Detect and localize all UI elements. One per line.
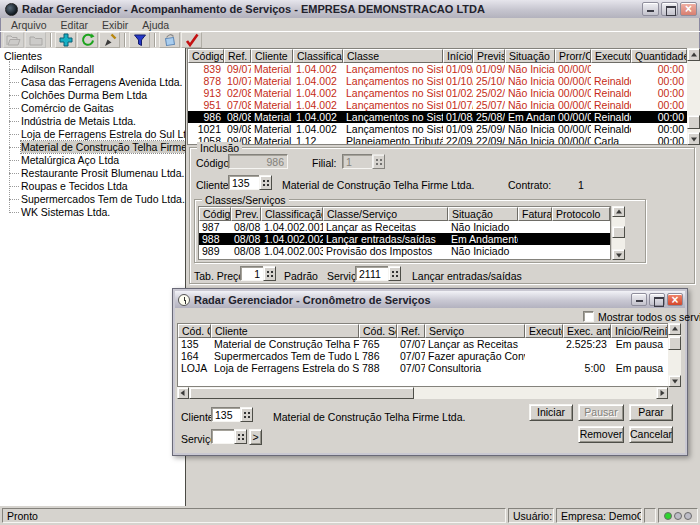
servico-spinner-icon[interactable] bbox=[388, 266, 401, 281]
column-header[interactable]: Protocolo bbox=[552, 207, 610, 221]
column-header[interactable]: Classe/Serviço bbox=[323, 207, 448, 221]
scroll-thumb[interactable] bbox=[687, 115, 700, 129]
column-header[interactable]: Ref. bbox=[224, 49, 251, 63]
dialog-servico-field[interactable] bbox=[211, 429, 235, 444]
cliente-spinner-icon[interactable] bbox=[259, 175, 272, 190]
tab-precos-spinner-icon[interactable] bbox=[263, 266, 276, 281]
column-header[interactable]: Código bbox=[199, 207, 231, 221]
column-header[interactable]: Exec. anterior bbox=[563, 324, 611, 338]
dialog-close-icon[interactable] bbox=[667, 293, 683, 306]
ink-icon[interactable] bbox=[159, 32, 180, 48]
dialog-vscroll[interactable] bbox=[668, 323, 681, 387]
restore-icon[interactable] bbox=[661, 2, 678, 16]
menu-exibir[interactable]: Exibir bbox=[95, 19, 135, 31]
table-row[interactable]: 98708/081.04.002.001Lançar as ReceitasNã… bbox=[199, 221, 610, 233]
tree-item[interactable]: Casa das Ferragens Avenida Ltda. bbox=[9, 76, 185, 89]
table-row[interactable]: 102109/08Material de1.04.002Lançamentos … bbox=[188, 123, 687, 135]
iniciar-button[interactable]: Iniciar bbox=[529, 404, 573, 421]
tree-item[interactable]: Metalúrgica Aço Ltda bbox=[9, 154, 185, 167]
scroll-down-icon[interactable] bbox=[668, 375, 681, 387]
minimize-icon[interactable] bbox=[642, 2, 659, 16]
scroll-down-icon[interactable] bbox=[612, 249, 625, 260]
column-header[interactable]: Cliente bbox=[211, 324, 359, 338]
column-header[interactable]: Situação bbox=[505, 49, 555, 63]
brush-icon[interactable] bbox=[99, 32, 120, 48]
tree-item[interactable]: Comércio de Gaitas bbox=[9, 102, 185, 115]
column-header[interactable]: Faturado bbox=[518, 207, 552, 221]
dialog-servico-spinner-icon[interactable] bbox=[234, 429, 247, 444]
services-grid-vscroll[interactable] bbox=[687, 48, 700, 145]
column-header[interactable]: Executor bbox=[525, 324, 563, 338]
filter-icon[interactable] bbox=[129, 32, 150, 48]
table-row[interactable]: LOJALoja de Ferragens Estrela do Sul Ltd… bbox=[178, 362, 668, 374]
table-row[interactable]: 164Supermercados Tem de Tudo Ltda.78607/… bbox=[178, 350, 668, 362]
column-header[interactable]: Início bbox=[443, 49, 473, 63]
add-icon[interactable] bbox=[55, 32, 76, 48]
column-header[interactable]: Ref. bbox=[397, 324, 425, 338]
column-header[interactable]: Classe bbox=[343, 49, 443, 63]
column-header[interactable]: Código bbox=[188, 49, 224, 63]
table-row[interactable]: 98608/08Material de1.04.002Lançamentos n… bbox=[188, 111, 687, 123]
menu-editar[interactable]: Editar bbox=[54, 19, 95, 31]
dialog-maximize-icon[interactable] bbox=[649, 293, 665, 306]
table-row[interactable]: 98908/081.04.002.003Provisão dos Imposto… bbox=[199, 245, 610, 257]
column-header[interactable]: Cód. Clie. bbox=[178, 324, 211, 338]
scroll-thumb[interactable] bbox=[189, 387, 414, 399]
tree-item[interactable]: Supermercados Tem de Tudo Ltda. bbox=[9, 193, 185, 206]
refresh-icon[interactable] bbox=[77, 32, 98, 48]
tree-item[interactable]: Loja de Ferragens Estrela do Sul Ltda. bbox=[9, 128, 185, 141]
check-icon[interactable] bbox=[181, 32, 202, 48]
scroll-up-icon[interactable] bbox=[612, 206, 625, 217]
dialog-cliente-spinner-icon[interactable] bbox=[240, 407, 253, 422]
table-row[interactable]: 87810/07Material de1.04.002Lançamentos n… bbox=[188, 75, 687, 87]
scroll-left-icon[interactable] bbox=[177, 387, 189, 399]
scroll-thumb[interactable] bbox=[668, 336, 681, 350]
tree-item[interactable]: WK Sistemas Ltda. bbox=[9, 206, 185, 219]
column-header[interactable]: Classificação bbox=[293, 49, 343, 63]
dialog-hscroll[interactable] bbox=[177, 387, 668, 399]
tree-item[interactable]: Restaurante Prosit Blumenau Ltda. bbox=[9, 167, 185, 180]
column-header[interactable]: Prev. bbox=[231, 207, 261, 221]
scroll-up-icon[interactable] bbox=[687, 48, 700, 61]
tab-precos-field[interactable] bbox=[240, 266, 264, 281]
column-header[interactable]: Previsto bbox=[473, 49, 505, 63]
column-header[interactable]: Quantidade bbox=[631, 49, 687, 63]
table-row[interactable]: 99008/081.04.002.004LançamentosNão Inici… bbox=[199, 257, 610, 260]
column-header[interactable]: Situação bbox=[448, 207, 518, 221]
table-row[interactable]: 95107/08Material de1.04.002Lançamentos n… bbox=[188, 99, 687, 111]
column-header[interactable]: Início/Reinício bbox=[611, 324, 668, 338]
tree-item[interactable]: Adilson Randall bbox=[9, 63, 185, 76]
scroll-up-icon[interactable] bbox=[668, 323, 681, 335]
tree-item[interactable]: Material de Construção Telha Firme Ltda. bbox=[9, 141, 185, 154]
column-header[interactable]: Prorr/Concl bbox=[555, 49, 591, 63]
parar-button[interactable]: Parar bbox=[629, 404, 673, 421]
table-row[interactable]: 105809/08Material de1.12Planejamento Tri… bbox=[188, 135, 687, 145]
column-header[interactable]: Cód. Serv. bbox=[359, 324, 397, 338]
dialog-minimize-icon[interactable] bbox=[631, 293, 647, 306]
column-header[interactable]: Executor bbox=[591, 49, 631, 63]
column-header[interactable]: Serviço bbox=[425, 324, 525, 338]
table-row[interactable]: 98808/081.04.002.002Lançar entradas/saíd… bbox=[199, 233, 610, 245]
remover-button[interactable]: Remover bbox=[578, 426, 624, 443]
menu-ajuda[interactable]: Ajuda bbox=[135, 19, 176, 31]
classes-vscroll[interactable] bbox=[612, 206, 625, 260]
dialog-servico-browse-button[interactable]: > bbox=[249, 429, 262, 445]
table-row[interactable]: 83909/07Material de1.04.002Lançamentos n… bbox=[188, 63, 687, 75]
table-row[interactable]: 135Material de Construção Telha Firme Lt… bbox=[178, 338, 668, 350]
scroll-down-icon[interactable] bbox=[687, 132, 700, 145]
tree-item[interactable]: Colchões Durma Bem Ltda bbox=[9, 89, 185, 102]
column-header[interactable]: Classificação bbox=[261, 207, 323, 221]
scroll-right-icon[interactable] bbox=[656, 387, 668, 399]
dialog-cliente-field[interactable] bbox=[211, 407, 241, 422]
table-row[interactable]: 91302/08Material de1.04.002Lançamentos n… bbox=[188, 87, 687, 99]
column-header[interactable]: Cliente bbox=[251, 49, 293, 63]
show-all-services-checkbox[interactable] bbox=[583, 311, 594, 322]
tree-item[interactable]: Indústria de Metais Ltda. bbox=[9, 115, 185, 128]
tree-item[interactable]: Roupas e Tecidos Ltda bbox=[9, 180, 185, 193]
servico-field[interactable] bbox=[355, 266, 389, 281]
close-icon[interactable] bbox=[680, 2, 697, 16]
menu-arquivo[interactable]: Arquivo bbox=[4, 19, 54, 31]
cancelar-button[interactable]: Cancelar bbox=[629, 426, 673, 443]
tree-root-clientes[interactable]: Clientes bbox=[2, 50, 185, 63]
cliente-field[interactable] bbox=[228, 175, 260, 190]
